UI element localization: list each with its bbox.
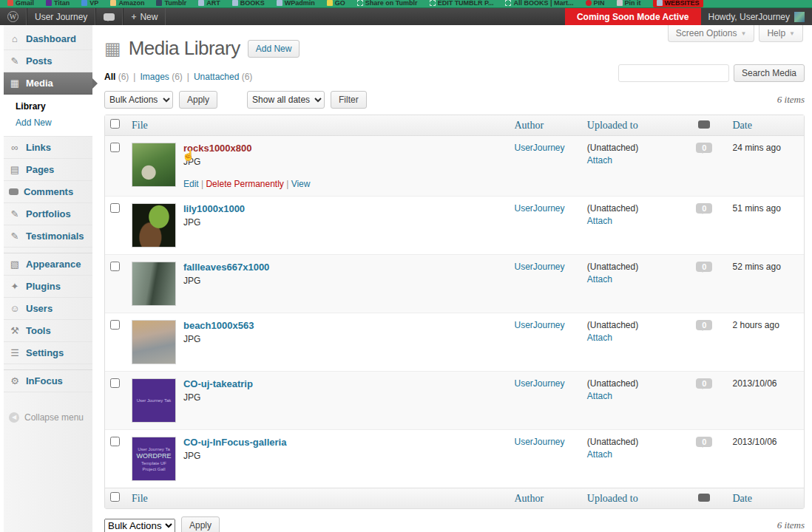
column-date-bottom[interactable]: Date [727, 488, 804, 508]
sidebar-item-comments[interactable]: Comments [4, 181, 92, 203]
attach-link[interactable]: Attach [587, 332, 612, 343]
sidebar-item-dashboard[interactable]: ⌂Dashboard [4, 28, 92, 50]
bookmark-books[interactable]: BOOKS [232, 0, 265, 7]
column-author[interactable]: Author [509, 115, 581, 136]
media-thumbnail[interactable]: User Journey TaWORDPRETemplate UFProject… [132, 437, 176, 481]
author-link[interactable]: UserJourney [514, 378, 564, 389]
bookmark-edit-tumblr-p[interactable]: EDIT TUMBLR P... [430, 0, 494, 7]
search-media-input[interactable] [618, 64, 729, 82]
sidebar-item-plugins[interactable]: ✦Plugins [4, 276, 92, 298]
comment-count-badge[interactable]: 0 [696, 437, 712, 447]
column-author-bottom[interactable]: Author [509, 488, 581, 508]
row-checkbox[interactable] [110, 320, 120, 330]
select-all-checkbox-bottom[interactable] [110, 492, 120, 502]
screen-options-tab[interactable]: Screen Options ▼ [668, 25, 755, 42]
bulk-actions-select[interactable]: Bulk Actions [104, 91, 173, 109]
bookmark-all-books-mart[interactable]: All BOOKS | Mart... [505, 0, 573, 7]
filter-unattached-link[interactable]: Unattached (6) [194, 72, 252, 82]
comment-count-badge[interactable]: 0 [696, 262, 712, 272]
sidebar-item-media[interactable]: ▦Media [4, 72, 92, 95]
author-link[interactable]: UserJourney [514, 262, 564, 272]
sidebar-subitem-add-new[interactable]: Add New [4, 115, 92, 131]
column-uploaded-to-bottom[interactable]: Uploaded to [582, 488, 682, 508]
comment-count-badge[interactable]: 0 [696, 378, 712, 389]
column-file[interactable]: File [126, 115, 510, 136]
admin-bar-site-name[interactable]: User Journey [27, 8, 95, 25]
select-all-checkbox[interactable] [110, 119, 120, 129]
sidebar-item-appearance[interactable]: ▧Appearance [4, 253, 92, 276]
file-name-link[interactable]: beach1000x563 [183, 320, 254, 331]
bulk-actions-select-bottom[interactable]: Bulk Actions [104, 519, 175, 532]
media-thumbnail[interactable] [132, 262, 176, 306]
sidebar-item-portfolios[interactable]: ✎Portfolios [4, 203, 92, 225]
file-name-link[interactable]: CO-uj-InFocus-galleria [183, 437, 286, 448]
sidebar-item-users[interactable]: ☺Users [4, 298, 92, 320]
search-media-button[interactable]: Search Media [734, 64, 805, 82]
media-thumbnail[interactable] [132, 143, 176, 187]
sidebar-item-tools[interactable]: ⚒Tools [4, 320, 92, 342]
dates-filter-select[interactable]: Show all dates [247, 91, 325, 109]
row-checkbox[interactable] [110, 203, 120, 213]
bookmark-vp[interactable]: VP [81, 0, 98, 7]
attach-link[interactable]: Attach [587, 155, 612, 166]
add-new-button[interactable]: Add New [248, 40, 300, 58]
wordpress-logo[interactable]: W [0, 8, 27, 25]
admin-bar-comments[interactable] [95, 8, 123, 25]
collapse-menu-button[interactable]: ◀Collapse menu [4, 407, 92, 428]
attach-link[interactable]: Attach [587, 391, 612, 401]
author-link[interactable]: UserJourney [514, 437, 564, 447]
author-link[interactable]: UserJourney [514, 143, 564, 153]
filter-button[interactable]: Filter [331, 91, 367, 109]
comment-count-badge[interactable]: 0 [696, 203, 712, 214]
coming-soon-mode-button[interactable]: Coming Soon Mode Active [565, 8, 701, 25]
row-checkbox[interactable] [110, 378, 120, 388]
bookmark-wpadmin[interactable]: WPadmin [277, 0, 315, 7]
admin-bar-account[interactable]: Howdy, UserJourney [701, 8, 812, 25]
bookmark-go[interactable]: GO [327, 0, 345, 7]
bookmark-tumblr[interactable]: Tumblr [156, 0, 186, 7]
help-tab[interactable]: Help ▼ [759, 25, 803, 42]
bookmark-pin[interactable]: PIN [586, 0, 605, 7]
bookmark-art[interactable]: ART [198, 0, 220, 7]
row-action-edit[interactable]: Edit [183, 179, 199, 189]
bookmark-pin-it[interactable]: Pin it [617, 0, 641, 7]
column-uploaded-to[interactable]: Uploaded to [582, 115, 682, 136]
sidebar-item-testimonials[interactable]: ✎Testimonials [4, 225, 92, 248]
sidebar-subitem-library[interactable]: Library [4, 98, 92, 115]
media-thumbnail[interactable]: User Journey Tak [132, 378, 176, 423]
apply-button[interactable]: Apply [179, 91, 217, 109]
author-link[interactable]: UserJourney [514, 203, 564, 214]
sidebar-item-settings[interactable]: ☰Settings [4, 342, 92, 364]
bookmark-gmail[interactable]: Gmail [7, 0, 34, 7]
file-name-link[interactable]: lily1000x1000 [183, 203, 245, 214]
apply-button-bottom[interactable]: Apply [181, 516, 220, 532]
row-checkbox[interactable] [110, 262, 120, 271]
column-date[interactable]: Date [727, 115, 804, 136]
sidebar-item-pages[interactable]: ▤Pages [4, 159, 92, 181]
attach-link[interactable]: Attach [587, 216, 612, 226]
sidebar-item-links[interactable]: ∞Links [4, 137, 92, 159]
row-action-delete-permanently[interactable]: Delete Permanently [206, 179, 283, 189]
sidebar-item-posts[interactable]: ✎Posts [4, 50, 92, 72]
row-checkbox[interactable] [110, 437, 120, 446]
comment-count-badge[interactable]: 0 [696, 320, 712, 330]
bookmark-share-on-tumblr[interactable]: Share on Tumblr [357, 0, 418, 7]
column-file-bottom[interactable]: File [126, 488, 510, 508]
attach-link[interactable]: Attach [587, 449, 612, 460]
attach-link[interactable]: Attach [587, 274, 612, 284]
row-checkbox[interactable] [110, 143, 120, 152]
file-name-link[interactable]: fallleaves667x1000 [183, 262, 269, 273]
bookmark-titan[interactable]: Titan [46, 0, 70, 7]
row-action-view[interactable]: View [291, 179, 311, 189]
filter-images-link[interactable]: Images (6) [140, 72, 182, 82]
media-thumbnail[interactable] [132, 203, 176, 248]
admin-bar-new[interactable]: + New [123, 8, 166, 25]
comment-count-badge[interactable]: 0 [696, 143, 712, 153]
file-name-link[interactable]: CO-uj-takeatrip [183, 378, 253, 389]
bookmark-amazon[interactable]: Amazon [110, 0, 144, 7]
media-thumbnail[interactable] [132, 320, 176, 364]
author-link[interactable]: UserJourney [514, 320, 564, 330]
sidebar-item-infocus[interactable]: ⚙InFocus [4, 369, 92, 392]
filter-all-link[interactable]: All (6) [104, 72, 129, 82]
bookmark-websites[interactable]: WEBSITES [653, 0, 703, 7]
